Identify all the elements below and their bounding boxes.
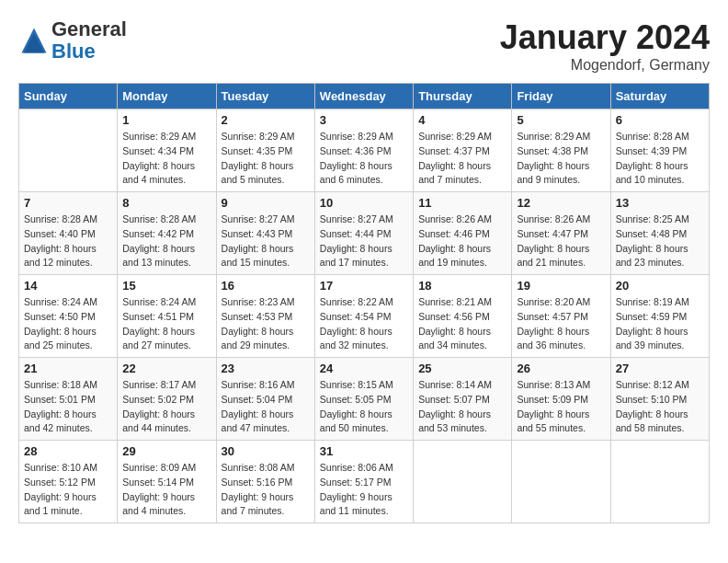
calendar-cell: 19Sunrise: 8:20 AMSunset: 4:57 PMDayligh… — [512, 275, 610, 358]
calendar-cell: 14Sunrise: 8:24 AMSunset: 4:50 PMDayligh… — [19, 275, 118, 358]
calendar-cell: 18Sunrise: 8:21 AMSunset: 4:56 PMDayligh… — [414, 275, 512, 358]
col-header-wednesday: Wednesday — [314, 84, 413, 109]
day-info: Sunrise: 8:12 AMSunset: 5:10 PMDaylight:… — [616, 378, 704, 436]
location: Mogendorf, Germany — [500, 57, 710, 74]
day-info: Sunrise: 8:20 AMSunset: 4:57 PMDaylight:… — [517, 295, 605, 353]
day-info: Sunrise: 8:22 AMSunset: 4:54 PMDaylight:… — [320, 295, 408, 353]
calendar-cell: 3Sunrise: 8:29 AMSunset: 4:36 PMDaylight… — [314, 109, 413, 192]
col-header-tuesday: Tuesday — [216, 84, 314, 109]
calendar-cell: 12Sunrise: 8:26 AMSunset: 4:47 PMDayligh… — [512, 192, 610, 275]
calendar-cell: 1Sunrise: 8:29 AMSunset: 4:34 PMDaylight… — [118, 109, 216, 192]
day-info: Sunrise: 8:29 AMSunset: 4:37 PMDaylight:… — [418, 130, 506, 188]
day-number: 12 — [517, 196, 605, 210]
day-number: 17 — [320, 279, 408, 293]
day-info: Sunrise: 8:24 AMSunset: 4:50 PMDaylight:… — [24, 295, 112, 353]
day-info: Sunrise: 8:06 AMSunset: 5:17 PMDaylight:… — [320, 461, 408, 519]
day-info: Sunrise: 8:26 AMSunset: 4:47 PMDaylight:… — [517, 213, 605, 270]
day-number: 22 — [122, 362, 210, 375]
logo: General Blue — [18, 18, 127, 63]
day-info: Sunrise: 8:29 AMSunset: 4:38 PMDaylight:… — [517, 130, 605, 188]
day-number: 18 — [418, 279, 506, 293]
day-info: Sunrise: 8:19 AMSunset: 4:59 PMDaylight:… — [616, 295, 704, 353]
calendar-cell: 16Sunrise: 8:23 AMSunset: 4:53 PMDayligh… — [216, 275, 314, 358]
day-info: Sunrise: 8:08 AMSunset: 5:16 PMDaylight:… — [222, 461, 310, 519]
calendar-cell: 10Sunrise: 8:27 AMSunset: 4:44 PMDayligh… — [314, 192, 413, 275]
day-number: 26 — [517, 362, 605, 375]
day-number: 9 — [222, 196, 310, 210]
week-row-5: 28Sunrise: 8:10 AMSunset: 5:12 PMDayligh… — [19, 441, 710, 523]
day-number: 13 — [616, 196, 704, 210]
day-number: 27 — [616, 362, 704, 375]
day-info: Sunrise: 8:23 AMSunset: 4:53 PMDaylight:… — [222, 295, 310, 353]
calendar-cell: 25Sunrise: 8:14 AMSunset: 5:07 PMDayligh… — [414, 358, 512, 441]
day-info: Sunrise: 8:24 AMSunset: 4:51 PMDaylight:… — [122, 295, 210, 353]
week-row-1: 1Sunrise: 8:29 AMSunset: 4:34 PMDaylight… — [19, 109, 710, 192]
day-number: 29 — [122, 444, 210, 458]
day-info: Sunrise: 8:15 AMSunset: 5:05 PMDaylight:… — [320, 378, 408, 436]
day-info: Sunrise: 8:29 AMSunset: 4:35 PMDaylight:… — [222, 130, 310, 188]
day-info: Sunrise: 8:16 AMSunset: 5:04 PMDaylight:… — [222, 378, 310, 436]
day-number: 14 — [24, 279, 112, 293]
calendar-cell: 5Sunrise: 8:29 AMSunset: 4:38 PMDaylight… — [512, 109, 610, 192]
calendar-cell: 29Sunrise: 8:09 AMSunset: 5:14 PMDayligh… — [118, 441, 216, 523]
day-number: 16 — [222, 279, 310, 293]
day-info: Sunrise: 8:09 AMSunset: 5:14 PMDaylight:… — [122, 461, 210, 519]
day-number: 19 — [517, 279, 605, 293]
calendar-cell: 7Sunrise: 8:28 AMSunset: 4:40 PMDaylight… — [19, 192, 118, 275]
day-info: Sunrise: 8:14 AMSunset: 5:07 PMDaylight:… — [418, 378, 506, 436]
calendar-cell — [19, 109, 118, 192]
col-header-saturday: Saturday — [610, 84, 709, 109]
calendar-cell: 20Sunrise: 8:19 AMSunset: 4:59 PMDayligh… — [610, 275, 709, 358]
calendar-cell: 8Sunrise: 8:28 AMSunset: 4:42 PMDaylight… — [118, 192, 216, 275]
day-number: 28 — [24, 444, 112, 458]
day-number: 20 — [616, 279, 704, 293]
calendar-cell: 26Sunrise: 8:13 AMSunset: 5:09 PMDayligh… — [512, 358, 610, 441]
calendar-cell: 6Sunrise: 8:28 AMSunset: 4:39 PMDaylight… — [610, 109, 709, 192]
day-number: 5 — [517, 113, 605, 127]
calendar-cell: 31Sunrise: 8:06 AMSunset: 5:17 PMDayligh… — [314, 441, 413, 523]
calendar-cell — [414, 441, 512, 523]
calendar-cell: 2Sunrise: 8:29 AMSunset: 4:35 PMDaylight… — [216, 109, 314, 192]
day-info: Sunrise: 8:26 AMSunset: 4:46 PMDaylight:… — [418, 213, 506, 270]
day-number: 25 — [418, 362, 506, 375]
calendar-cell: 17Sunrise: 8:22 AMSunset: 4:54 PMDayligh… — [314, 275, 413, 358]
calendar-cell: 27Sunrise: 8:12 AMSunset: 5:10 PMDayligh… — [610, 358, 709, 441]
calendar-cell: 21Sunrise: 8:18 AMSunset: 5:01 PMDayligh… — [19, 358, 118, 441]
day-number: 3 — [320, 113, 408, 127]
calendar-cell: 22Sunrise: 8:17 AMSunset: 5:02 PMDayligh… — [118, 358, 216, 441]
col-header-friday: Friday — [512, 84, 610, 109]
week-row-3: 14Sunrise: 8:24 AMSunset: 4:50 PMDayligh… — [19, 275, 710, 358]
calendar-cell: 28Sunrise: 8:10 AMSunset: 5:12 PMDayligh… — [19, 441, 118, 523]
day-info: Sunrise: 8:28 AMSunset: 4:40 PMDaylight:… — [24, 213, 112, 270]
week-row-4: 21Sunrise: 8:18 AMSunset: 5:01 PMDayligh… — [19, 358, 710, 441]
calendar-cell — [610, 441, 709, 523]
logo-icon — [20, 27, 48, 54]
day-number: 15 — [122, 279, 210, 293]
day-number: 30 — [222, 444, 310, 458]
month-title: January 2024 — [500, 18, 710, 57]
page-header: General Blue January 2024 Mogendorf, Ger… — [18, 18, 710, 74]
day-info: Sunrise: 8:17 AMSunset: 5:02 PMDaylight:… — [122, 378, 210, 436]
calendar-cell: 23Sunrise: 8:16 AMSunset: 5:04 PMDayligh… — [216, 358, 314, 441]
calendar-cell: 15Sunrise: 8:24 AMSunset: 4:51 PMDayligh… — [118, 275, 216, 358]
day-info: Sunrise: 8:27 AMSunset: 4:44 PMDaylight:… — [320, 213, 408, 270]
day-number: 4 — [418, 113, 506, 127]
day-info: Sunrise: 8:13 AMSunset: 5:09 PMDaylight:… — [517, 378, 605, 436]
calendar-cell: 9Sunrise: 8:27 AMSunset: 4:43 PMDaylight… — [216, 192, 314, 275]
day-number: 24 — [320, 362, 408, 375]
col-header-monday: Monday — [118, 84, 216, 109]
day-number: 7 — [24, 196, 112, 210]
title-block: January 2024 Mogendorf, Germany — [500, 18, 710, 74]
day-number: 21 — [24, 362, 112, 375]
day-info: Sunrise: 8:18 AMSunset: 5:01 PMDaylight:… — [24, 378, 112, 436]
calendar-cell: 4Sunrise: 8:29 AMSunset: 4:37 PMDaylight… — [414, 109, 512, 192]
col-header-sunday: Sunday — [19, 84, 118, 109]
day-info: Sunrise: 8:28 AMSunset: 4:39 PMDaylight:… — [616, 130, 704, 188]
calendar-cell: 30Sunrise: 8:08 AMSunset: 5:16 PMDayligh… — [216, 441, 314, 523]
logo-text: General Blue — [51, 17, 127, 63]
day-info: Sunrise: 8:25 AMSunset: 4:48 PMDaylight:… — [616, 213, 704, 270]
calendar-cell: 24Sunrise: 8:15 AMSunset: 5:05 PMDayligh… — [314, 358, 413, 441]
day-number: 2 — [222, 113, 310, 127]
col-header-thursday: Thursday — [414, 84, 512, 109]
day-info: Sunrise: 8:27 AMSunset: 4:43 PMDaylight:… — [222, 213, 310, 270]
